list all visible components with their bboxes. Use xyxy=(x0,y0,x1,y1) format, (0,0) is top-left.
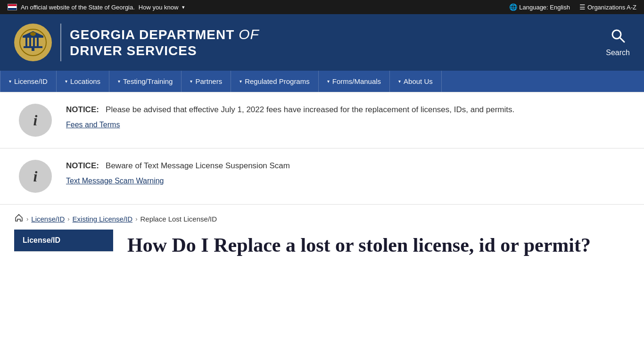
header-title-line1: GEORGIA DEPARTMENT of xyxy=(70,26,259,43)
header-search-button[interactable]: Search xyxy=(606,28,630,57)
top-bar: An official website of the State of Geor… xyxy=(0,0,644,14)
page-heading: How Do I Replace a lost or stolen licens… xyxy=(127,233,630,257)
sidebar: License/ID xyxy=(14,230,113,252)
site-header: GEORGIA DEPARTMENT of DRIVER SERVICES Se… xyxy=(0,14,644,71)
language-label[interactable]: Language: English xyxy=(519,4,570,11)
notices-section: i NOTICE: Please be advised that effecti… xyxy=(0,92,644,205)
chevron-icon: ▾ xyxy=(327,79,330,84)
chevron-icon: ▾ xyxy=(239,79,242,84)
notice-label-1: NOTICE: xyxy=(66,105,99,114)
notice-link-1[interactable]: Fees and Terms xyxy=(66,121,120,129)
notice-label-2: NOTICE: xyxy=(66,161,99,170)
top-bar-left: An official website of the State of Geor… xyxy=(8,4,185,11)
sidebar-item-label: License/ID xyxy=(23,236,60,244)
svg-point-9 xyxy=(30,32,36,36)
breadcrumb-home[interactable] xyxy=(14,213,24,225)
breadcrumb-sep-3: › xyxy=(135,215,137,222)
nav-label: Partners xyxy=(195,77,222,85)
chevron-icon: ▾ xyxy=(9,79,11,84)
nav-label: Locations xyxy=(70,77,100,85)
header-title-line2: DRIVER SERVICES xyxy=(70,43,259,59)
page-content: How Do I Replace a lost or stolen licens… xyxy=(127,230,630,257)
sidebar-item-license-id[interactable]: License/ID xyxy=(14,230,113,252)
nav-item-forms-manuals[interactable]: ▾ Forms/Manuals xyxy=(319,71,390,92)
nav-item-locations[interactable]: ▾ Locations xyxy=(57,71,109,92)
chevron-icon: ▾ xyxy=(190,79,192,84)
notice-icon-2: i xyxy=(19,160,52,193)
breadcrumb: › License/ID › Existing License/ID › Rep… xyxy=(0,205,644,230)
notice-body-2: Beware of Text Message License Suspensio… xyxy=(106,161,290,170)
notice-body-1: Please be advised that effective July 1,… xyxy=(106,105,514,114)
list-icon: ☰ xyxy=(579,3,586,11)
svg-rect-8 xyxy=(32,48,34,51)
main-content: License/ID How Do I Replace a lost or st… xyxy=(0,230,644,276)
agency-logo[interactable] xyxy=(14,24,52,61)
nav-label: Regulated Programs xyxy=(245,77,310,85)
notice-content-2: NOTICE: Beware of Text Message License S… xyxy=(66,160,625,185)
nav-label: About Us xyxy=(404,77,433,85)
header-title: GEORGIA DEPARTMENT of DRIVER SERVICES xyxy=(70,26,259,59)
breadcrumb-sep-1: › xyxy=(26,215,28,222)
top-bar-right: 🌐 Language: English ☰ Organizations A-Z xyxy=(509,3,636,11)
svg-rect-3 xyxy=(29,38,31,46)
official-text: An official website of the State of Geor… xyxy=(21,4,135,11)
svg-rect-6 xyxy=(23,36,43,38)
nav-item-license-id[interactable]: ▾ License/ID xyxy=(0,71,57,92)
breadcrumb-link-existing[interactable]: Existing License/ID xyxy=(73,215,133,223)
nav-label: Forms/Manuals xyxy=(332,77,381,85)
breadcrumb-sep-2: › xyxy=(67,215,69,222)
chevron-icon: ▾ xyxy=(118,79,120,84)
chevron-icon: ▾ xyxy=(65,79,67,84)
nav-item-testing-training[interactable]: ▾ Testing/Training xyxy=(109,71,182,92)
notice-link-2[interactable]: Text Message Scam Warning xyxy=(66,177,164,185)
search-label: Search xyxy=(606,49,630,57)
breadcrumb-link-license-id[interactable]: License/ID xyxy=(31,215,65,223)
nav-item-regulated-programs[interactable]: ▾ Regulated Programs xyxy=(231,71,319,92)
globe-icon: 🌐 xyxy=(509,3,517,11)
svg-rect-1 xyxy=(24,46,42,48)
chevron-down-icon: ▾ xyxy=(182,4,185,10)
nav-item-partners[interactable]: ▾ Partners xyxy=(182,71,231,92)
header-divider xyxy=(60,24,61,61)
svg-rect-5 xyxy=(37,38,39,46)
nav-item-about-us[interactable]: ▾ About Us xyxy=(390,71,442,92)
notice-text-1: NOTICE: Please be advised that effective… xyxy=(66,104,625,116)
georgia-flag xyxy=(8,4,17,10)
main-nav: ▾ License/ID ▾ Locations ▾ Testing/Train… xyxy=(0,71,644,92)
notice-text-2: NOTICE: Beware of Text Message License S… xyxy=(66,160,625,172)
notice-banner-2: i NOTICE: Beware of Text Message License… xyxy=(0,148,644,205)
organizations-label[interactable]: Organizations A-Z xyxy=(587,4,636,11)
search-icon xyxy=(611,28,626,47)
notice-icon-1: i xyxy=(19,104,52,137)
svg-line-11 xyxy=(619,37,624,42)
how-you-know-link[interactable]: How you know xyxy=(139,4,179,11)
svg-rect-2 xyxy=(25,38,27,46)
chevron-icon: ▾ xyxy=(398,79,401,84)
nav-label: License/ID xyxy=(14,77,48,85)
notice-content-1: NOTICE: Please be advised that effective… xyxy=(66,104,625,129)
nav-label: Testing/Training xyxy=(123,77,173,85)
organizations-link[interactable]: ☰ Organizations A-Z xyxy=(579,3,636,11)
notice-banner-1: i NOTICE: Please be advised that effecti… xyxy=(0,92,644,148)
header-branding: GEORGIA DEPARTMENT of DRIVER SERVICES xyxy=(14,24,259,61)
svg-rect-4 xyxy=(33,38,35,46)
language-selector[interactable]: 🌐 Language: English xyxy=(509,3,570,11)
breadcrumb-current: Replace Lost License/ID xyxy=(140,215,217,223)
